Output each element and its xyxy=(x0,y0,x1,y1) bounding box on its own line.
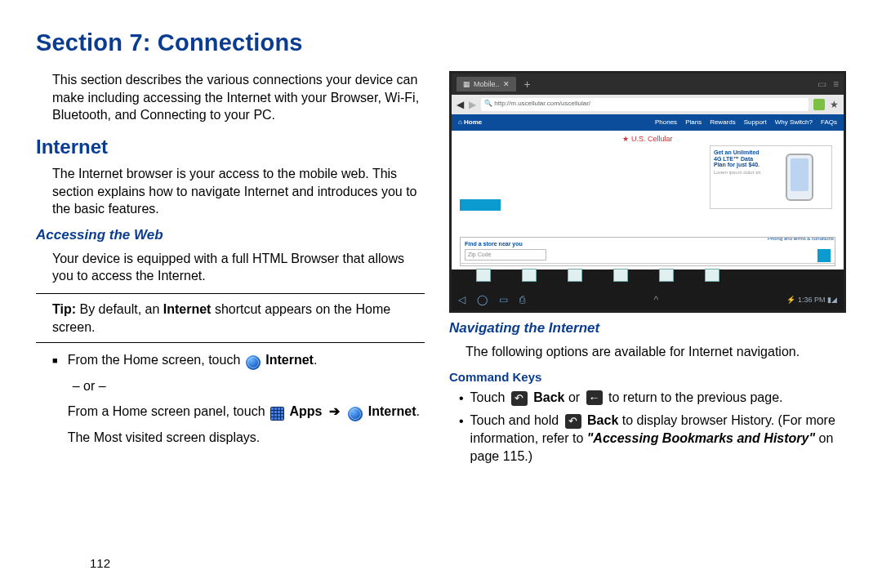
menu-icon: ≡ xyxy=(833,78,839,91)
close-icon: ✕ xyxy=(503,79,510,89)
url-field: 🔍 http://m.uscellular.com/uscellular/ xyxy=(481,98,808,111)
divider xyxy=(36,342,425,343)
home-nav-icon: ◯ xyxy=(477,293,488,306)
learn-more-button xyxy=(460,199,501,211)
tip-block: Tip: By default, an Internet shortcut ap… xyxy=(52,301,425,336)
system-bar: ◁ ◯ ▭ ⎙ ^ ⚡ 1:36 PM ▮◢ xyxy=(452,289,844,310)
heading-accessing-web: Accessing the Web xyxy=(36,226,425,245)
bullet-item: • Touch ↶ Back or ← to return to the pre… xyxy=(459,389,846,408)
bookmark-icon: ★ xyxy=(830,98,839,111)
promo-box: Get an Unlimited 4G LTE™ Data Plan for j… xyxy=(710,145,832,209)
square-bullet-icon: ■ xyxy=(52,354,58,454)
or-separator: – or – xyxy=(73,377,425,395)
site-nav: ⌂ Home Phones Plans Rewards Support Why … xyxy=(452,114,844,131)
find-store-box: Find a store near you Zip Code xyxy=(460,237,835,266)
section-title: Section 7: Connections xyxy=(36,29,846,56)
back-arrow-icon: ◀ xyxy=(457,98,464,111)
url-bar: ◀ ▶ 🔍 http://m.uscellular.com/uscellular… xyxy=(452,95,844,114)
arrow-left-icon: ← xyxy=(586,390,603,405)
back-key-icon: ↶ xyxy=(511,391,528,406)
step-result: The Most visited screen displays. xyxy=(68,429,425,447)
step-home: From the Home screen, touch Internet. xyxy=(68,351,425,369)
new-tab-icon: + xyxy=(519,77,536,92)
step-list: ■ From the Home screen, touch Internet. … xyxy=(52,351,425,454)
arrow-right-icon: ➔ xyxy=(329,404,340,418)
bullet-icon: • xyxy=(459,390,464,408)
heading-internet: Internet xyxy=(36,134,425,160)
browser-screenshot: ▦ Mobile.. ✕ + ▭≡ ◀ ▶ 🔍 http://m.uscellu… xyxy=(449,71,846,313)
bullet-icon: • xyxy=(459,412,464,465)
window-icon: ▭ xyxy=(817,78,826,91)
status-time: ⚡ 1:36 PM ▮◢ xyxy=(786,295,837,305)
bullet-item: • Touch and hold ↶ Back to display brows… xyxy=(459,412,846,465)
internet-globe-icon xyxy=(246,355,261,370)
back-nav-icon: ◁ xyxy=(458,293,466,306)
intro-paragraph: This section describes the various conne… xyxy=(52,71,425,124)
step-apps: From a Home screen panel, touch Apps ➔ I… xyxy=(68,403,425,421)
screenshot-nav-icon: ⎙ xyxy=(519,293,525,306)
tab-bar: ▦ Mobile.. ✕ + ▭≡ xyxy=(452,74,844,95)
heading-command-keys: Command Keys xyxy=(449,369,846,385)
go-button xyxy=(817,249,831,262)
internet-body: The Internet browser is your access to t… xyxy=(52,165,425,218)
divider xyxy=(36,293,425,294)
internet-globe-icon xyxy=(348,407,363,421)
phone-illustration xyxy=(768,146,831,208)
secure-icon xyxy=(813,99,825,110)
browser-tab: ▦ Mobile.. ✕ xyxy=(457,77,516,91)
left-column: This section describes the various conne… xyxy=(36,71,425,470)
back-key-icon: ↶ xyxy=(565,414,581,429)
tip-label: Tip: xyxy=(52,302,76,316)
zip-input: Zip Code xyxy=(465,249,546,261)
forward-arrow-icon: ▶ xyxy=(469,98,476,111)
page-number: 112 xyxy=(90,556,110,570)
category-icons xyxy=(460,263,835,286)
carrier-logo: ★ U.S. Cellular xyxy=(452,131,844,144)
site-home: ⌂ Home xyxy=(458,118,482,127)
recent-nav-icon: ▭ xyxy=(499,293,508,306)
access-body: Your device is equipped with a full HTML… xyxy=(52,250,425,285)
chevron-up-icon: ^ xyxy=(653,293,658,306)
apps-grid-icon xyxy=(270,407,284,421)
page-content: ★ U.S. Cellular Get an Unlimited 4G LTE™… xyxy=(452,131,844,270)
nav-body: The following options are available for … xyxy=(466,343,846,361)
right-column: ▦ Mobile.. ✕ + ▭≡ ◀ ▶ 🔍 http://m.uscellu… xyxy=(449,71,846,470)
heading-navigating-internet: Navigating the Internet xyxy=(449,319,846,338)
